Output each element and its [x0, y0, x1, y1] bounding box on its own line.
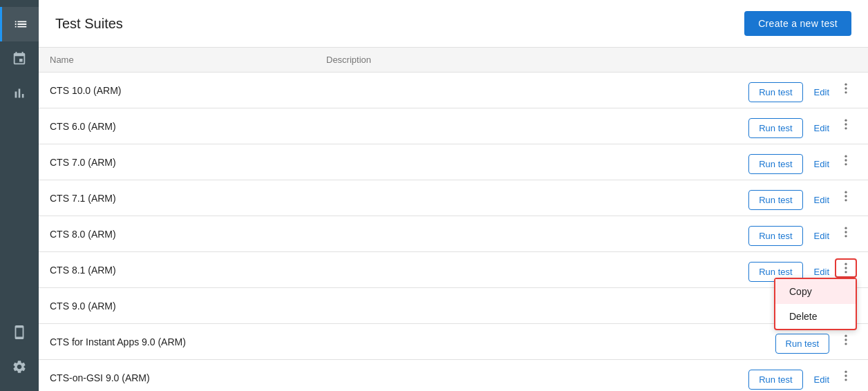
row-name: CTS 10.0 (ARM) [39, 73, 315, 108]
sidebar-item-device[interactable] [0, 315, 39, 350]
list-icon [13, 17, 28, 32]
svg-point-7 [845, 159, 847, 161]
gear-icon [12, 359, 27, 374]
row-description [315, 216, 716, 252]
row-description [315, 288, 716, 324]
table-row: CTS 6.0 (ARM)Run testEdit [39, 108, 868, 144]
dropdown-container [835, 79, 857, 98]
table-row: CTS 10.0 (ARM)Run testEdit [39, 73, 868, 108]
sidebar-item-test-suites[interactable] [0, 7, 39, 41]
table-row: CTS 8.1 (ARM)Run testEditCopyDelete [39, 252, 868, 288]
svg-point-16 [845, 267, 847, 269]
edit-button[interactable]: Edit [809, 83, 835, 102]
sidebar [0, 0, 39, 391]
run-test-button[interactable]: Run test [748, 190, 802, 210]
edit-button[interactable]: Edit [809, 370, 835, 389]
phone-icon [12, 325, 27, 340]
edit-button[interactable]: Edit [809, 119, 835, 137]
sidebar-item-settings[interactable] [0, 350, 39, 384]
table-row: CTS for Instant Apps 9.0 (ARM)Run test [39, 324, 868, 360]
svg-point-14 [845, 235, 847, 237]
dropdown-item-delete[interactable]: Delete [775, 304, 856, 329]
svg-point-6 [845, 155, 847, 157]
more-options-button[interactable] [835, 79, 857, 98]
more-options-button[interactable] [835, 151, 857, 170]
svg-point-13 [845, 231, 847, 233]
row-name: CTS 6.0 (ARM) [39, 108, 315, 144]
row-name: CTS 8.1 (ARM) [39, 252, 315, 288]
svg-point-17 [845, 271, 847, 273]
col-header-name: Name [39, 48, 315, 73]
run-test-button[interactable]: Run test [748, 226, 802, 246]
dropdown-container [835, 151, 857, 170]
svg-point-22 [845, 338, 847, 341]
more-options-button[interactable] [835, 366, 857, 385]
svg-point-1 [845, 87, 847, 89]
bar-chart-icon [12, 86, 27, 101]
edit-button[interactable]: Edit [809, 155, 835, 173]
svg-point-8 [845, 163, 847, 165]
svg-point-5 [845, 127, 847, 129]
svg-point-15 [845, 263, 847, 265]
svg-point-23 [845, 343, 847, 345]
table-header-row: Name Description [39, 48, 868, 73]
row-name: CTS 7.1 (ARM) [39, 180, 315, 216]
row-actions: Run testEdit [716, 108, 868, 144]
test-suites-table-container: Name Description CTS 10.0 (ARM)Run testE… [39, 48, 868, 391]
row-description [315, 180, 716, 216]
test-suites-table: Name Description CTS 10.0 (ARM)Run testE… [39, 48, 868, 391]
create-new-test-button[interactable]: Create a new test [744, 11, 851, 36]
table-row: CTS 7.1 (ARM)Run testEdit [39, 180, 868, 216]
run-test-button[interactable]: Run test [748, 82, 802, 102]
dropdown-menu: CopyDelete [774, 278, 857, 330]
page-title: Test Suites [55, 16, 123, 32]
svg-point-9 [845, 191, 847, 193]
table-row: CTS 9.0 (ARM)Run test [39, 288, 868, 324]
row-name: CTS 8.0 (ARM) [39, 216, 315, 252]
row-actions: Run testEdit [716, 180, 868, 216]
more-options-button[interactable] [835, 258, 857, 278]
table-row: CTS 8.0 (ARM)Run testEdit [39, 216, 868, 252]
svg-point-24 [845, 370, 847, 372]
table-row: CTS 7.0 (ARM)Run testEdit [39, 144, 868, 180]
sidebar-item-schedule[interactable] [0, 41, 39, 76]
svg-point-10 [845, 195, 847, 197]
run-test-button[interactable]: Run test [748, 370, 802, 390]
row-description [315, 73, 716, 108]
row-description [315, 360, 716, 392]
row-description [315, 324, 716, 360]
svg-point-0 [845, 83, 847, 85]
svg-point-12 [845, 227, 847, 229]
dropdown-container [835, 115, 857, 134]
dropdown-container [835, 330, 857, 350]
dropdown-item-copy[interactable]: Copy [775, 279, 856, 304]
sidebar-item-analytics[interactable] [0, 76, 39, 111]
main-content: Test Suites Create a new test Name Descr… [39, 0, 868, 391]
edit-button[interactable]: Edit [809, 191, 835, 209]
more-options-button[interactable] [835, 115, 857, 134]
row-description [315, 252, 716, 288]
row-description [315, 108, 716, 144]
dropdown-container [835, 222, 857, 242]
edit-button[interactable]: Edit [809, 227, 835, 245]
row-actions: Run testEditCopyDelete [716, 252, 868, 288]
row-name: CTS-on-GSI 9.0 (ARM) [39, 360, 315, 392]
more-options-button[interactable] [835, 222, 857, 242]
run-test-button[interactable]: Run test [775, 334, 829, 354]
dropdown-container [835, 366, 857, 385]
page-header: Test Suites Create a new test [39, 0, 868, 48]
more-options-button[interactable] [835, 330, 857, 350]
row-actions: Run testEdit [716, 360, 868, 392]
row-actions: Run testEdit [716, 144, 868, 180]
svg-point-2 [845, 91, 847, 93]
run-test-button[interactable]: Run test [748, 154, 802, 174]
row-actions: Run testEdit [716, 216, 868, 252]
more-options-button[interactable] [835, 187, 857, 206]
svg-point-11 [845, 199, 847, 201]
row-name: CTS 9.0 (ARM) [39, 288, 315, 324]
calendar-icon [12, 51, 27, 66]
svg-point-4 [845, 123, 847, 125]
run-test-button[interactable]: Run test [748, 118, 802, 138]
svg-point-26 [845, 379, 847, 381]
row-name: CTS for Instant Apps 9.0 (ARM) [39, 324, 315, 360]
